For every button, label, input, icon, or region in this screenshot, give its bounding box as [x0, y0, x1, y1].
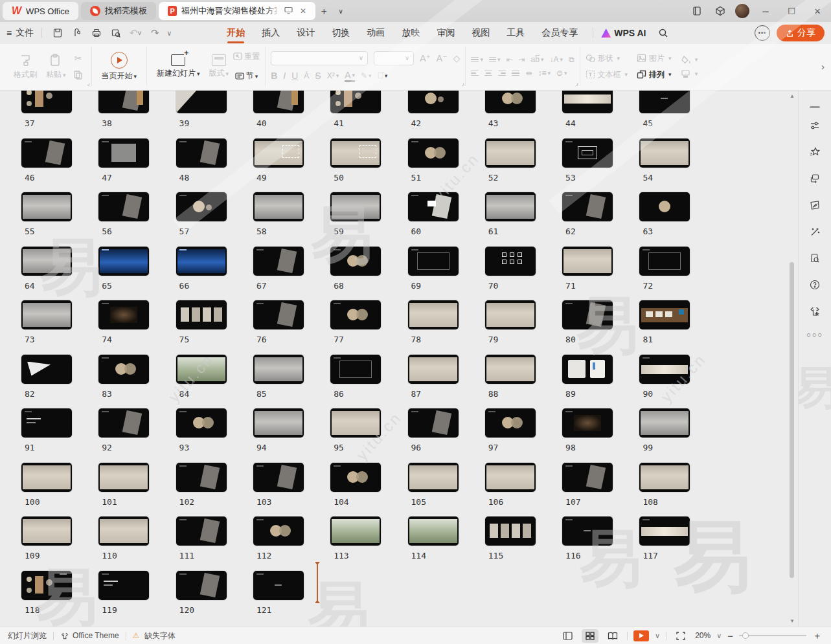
slide-thumbnail-56[interactable]	[98, 192, 149, 221]
outline-style-button[interactable]: ▾	[681, 69, 698, 78]
slide-thumbnail-62[interactable]	[562, 192, 613, 221]
ribbon-tab-9[interactable]: 会员专享	[534, 24, 585, 42]
share-button[interactable]: 分享	[777, 25, 825, 41]
slide-thumbnail-74[interactable]	[98, 300, 149, 329]
bold-icon[interactable]: B	[271, 71, 277, 81]
decrease-indent-icon[interactable]: ⇤	[506, 55, 512, 64]
cut-icon[interactable]: ✂	[71, 51, 86, 65]
font-family-select[interactable]: ∨	[271, 51, 368, 65]
slide-thumbnail-76[interactable]	[253, 300, 304, 329]
bullets-icon[interactable]: ▾	[471, 56, 483, 63]
slide-thumbnail-88[interactable]	[485, 355, 536, 384]
vertical-text-icon[interactable]: ↓A▾	[549, 55, 563, 64]
collaboration-icon[interactable]: •••	[755, 25, 770, 41]
slide-thumbnail-48[interactable]	[176, 139, 227, 168]
slide-thumbnail-54[interactable]	[639, 139, 690, 168]
slide-thumbnail-78[interactable]	[408, 300, 459, 329]
slide-thumbnail-89[interactable]	[562, 355, 613, 384]
shapes-switch-icon[interactable]	[806, 170, 824, 188]
font-dialog-launcher-icon[interactable]: ⌟	[461, 80, 464, 86]
slide-thumbnail-107[interactable]	[562, 463, 613, 492]
text-direction-icon[interactable]: ab̅▾	[531, 55, 544, 64]
quickbar-chevron-icon[interactable]: ∨	[166, 29, 172, 38]
paragraph-spacing-icon[interactable]: ⊜▾	[556, 69, 567, 78]
docer-resource-icon[interactable]	[806, 196, 824, 214]
slide-thumbnail-97[interactable]	[485, 408, 536, 438]
close-tab-icon[interactable]: ✕	[300, 6, 306, 16]
slide-thumbnail-41[interactable]	[330, 91, 381, 113]
close-button[interactable]: ✕	[808, 3, 827, 19]
print-icon[interactable]	[89, 26, 104, 40]
slide-thumbnail-66[interactable]	[176, 247, 227, 276]
slide-thumbnail-50[interactable]	[330, 139, 381, 168]
normal-view-icon[interactable]	[559, 629, 576, 643]
line-spacing-icon[interactable]: ↕≡▾	[538, 69, 551, 78]
slide-thumbnail-63[interactable]	[639, 192, 690, 221]
slide-thumbnail-84[interactable]	[176, 355, 227, 384]
vertical-scrollbar[interactable]: ▲ ▼	[788, 92, 796, 625]
scroll-down-icon[interactable]: ▼	[789, 618, 795, 624]
fill-color-button[interactable]: ▾	[681, 55, 698, 64]
slide-thumbnail-105[interactable]	[408, 463, 459, 492]
tab-document-active[interactable]: P 福州中海晋安湖售楼处方案文 ✕	[159, 2, 315, 20]
reset-button[interactable]: 重置	[233, 50, 260, 64]
adjust-icon[interactable]	[806, 117, 824, 135]
align-left-icon[interactable]	[471, 71, 479, 76]
underline-icon[interactable]: U	[291, 71, 298, 81]
highlight-icon[interactable]: ✎▾	[361, 71, 372, 80]
slide-thumbnail-103[interactable]	[253, 463, 304, 492]
slide-thumbnail-77[interactable]	[330, 300, 381, 329]
selection-pane-icon[interactable]: ⧉	[569, 55, 575, 64]
justify-icon[interactable]	[512, 71, 519, 76]
slide-thumbnail-44[interactable]	[562, 91, 613, 113]
slide-thumbnail-49[interactable]	[253, 139, 304, 168]
skin-theme-icon[interactable]	[806, 302, 824, 320]
slide-thumbnail-87[interactable]	[408, 355, 459, 384]
wps-ai-entry[interactable]: WPS AI	[593, 28, 646, 38]
slide-sorter-view-icon[interactable]	[582, 629, 598, 643]
slide-thumbnail-43[interactable]	[485, 91, 536, 113]
slideshow-play-button[interactable]	[633, 630, 649, 641]
slide-thumbnail-69[interactable]	[408, 247, 459, 276]
zoom-slider[interactable]	[739, 635, 806, 636]
slide-thumbnail-75[interactable]	[176, 300, 227, 329]
ribbon-tab-4[interactable]: 动画	[359, 24, 392, 42]
font-color-icon[interactable]: A▾	[345, 70, 355, 82]
slide-thumbnail-61[interactable]	[485, 192, 536, 221]
new-tab-button[interactable]: ＋	[315, 3, 332, 19]
ribbon-tab-0[interactable]: 开始	[220, 24, 252, 42]
italic-icon[interactable]: I	[283, 71, 286, 81]
play-options-chevron-icon[interactable]: ∨	[655, 632, 660, 640]
align-center-icon[interactable]	[484, 71, 492, 76]
picture-button[interactable]: 图片▾	[637, 53, 672, 64]
slide-thumbnail-65[interactable]	[98, 247, 149, 276]
slide-thumbnail-117[interactable]	[639, 516, 690, 546]
slide-thumbnail-60[interactable]	[408, 192, 459, 221]
slide-thumbnail-81[interactable]	[639, 300, 690, 329]
new-slide-button[interactable]: 新建幻灯片▾	[152, 53, 205, 80]
slide-thumbnail-68[interactable]	[330, 247, 381, 276]
slide-thumbnail-110[interactable]	[98, 516, 149, 546]
slide-thumbnail-67[interactable]	[253, 247, 304, 276]
slide-thumbnail-42[interactable]	[408, 91, 459, 113]
slide-thumbnail-99[interactable]	[639, 408, 690, 438]
copy-icon[interactable]	[71, 68, 86, 82]
mobile-device-icon[interactable]	[689, 3, 705, 19]
slide-thumbnail-90[interactable]	[639, 355, 690, 384]
section-button[interactable]: 节▾	[233, 69, 260, 83]
pinyin-icon[interactable]: 文̄▾	[378, 71, 388, 80]
tab-list-chevron-icon[interactable]: ∨	[332, 3, 349, 19]
slide-thumbnail-59[interactable]	[330, 192, 381, 221]
slide-thumbnail-86[interactable]	[330, 355, 381, 384]
slide-thumbnail-94[interactable]	[253, 408, 304, 438]
reading-view-icon[interactable]	[604, 629, 621, 643]
slide-thumbnail-52[interactable]	[485, 139, 536, 168]
slide-thumbnail-120[interactable]	[176, 571, 227, 600]
slide-thumbnail-57[interactable]	[176, 192, 227, 221]
slide-thumbnail-70[interactable]	[485, 247, 536, 276]
tab-wps-office[interactable]: W WPS Office	[3, 2, 78, 20]
layout-button[interactable]: 版式▾	[205, 53, 234, 80]
theme-button[interactable]: Office Theme	[60, 631, 119, 640]
slide-thumbnail-73[interactable]	[21, 300, 72, 329]
scroll-up-icon[interactable]: ▲	[789, 93, 795, 99]
